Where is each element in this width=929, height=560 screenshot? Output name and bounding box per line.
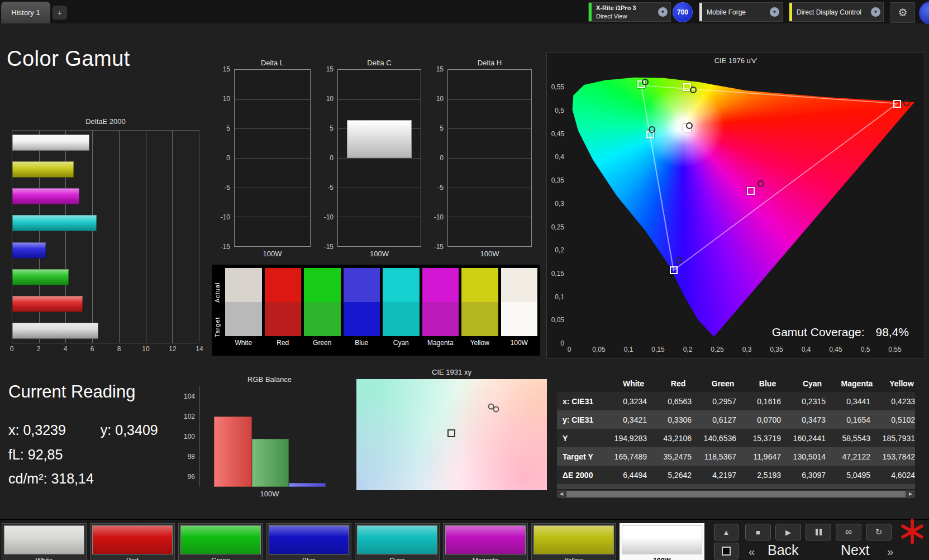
y-tick-label: 0,45: [551, 130, 564, 138]
table-cell: 0,3234: [611, 392, 656, 410]
scroll-right-arrow-icon[interactable]: ▶: [906, 490, 915, 498]
y-tick-label: 100: [184, 433, 195, 441]
table-cell: 4,6024: [879, 466, 915, 484]
play-button[interactable]: ▶: [775, 524, 801, 540]
rgb-balance-chart: RGB Balance 1041021009896 100W: [177, 375, 340, 498]
tab-history-1[interactable]: History 1: [1, 2, 50, 23]
chevron-down-icon[interactable]: ▼: [770, 7, 779, 17]
y-tick-label: 0,35: [551, 176, 564, 184]
deltae-bar-green: [12, 269, 69, 285]
table-cell: 0,0700: [745, 410, 790, 429]
y-tick-label: 5: [440, 125, 444, 132]
back-button[interactable]: Back: [768, 542, 799, 558]
meter-dropdown[interactable]: X-Rite i1Pro 3 Direct View ▼: [588, 2, 671, 22]
blue-target-marker: [670, 266, 678, 274]
back-chevron-icon[interactable]: «: [749, 545, 755, 558]
color-button-red[interactable]: Red: [90, 523, 175, 560]
delta-l-chart: Delta L 151050-5-10-15 100W: [216, 59, 311, 258]
magenta-measured-marker: [758, 180, 764, 187]
color-button-cyan[interactable]: Cyan: [355, 523, 440, 560]
table-scrollbar[interactable]: ◀ ▶: [557, 490, 915, 498]
current-reading-title: Current Reading: [8, 382, 158, 402]
y-tick-label: 96: [188, 473, 195, 481]
chevron-down-icon[interactable]: ▼: [658, 7, 668, 17]
refresh-button[interactable]: ↻: [866, 524, 892, 540]
gridline: [235, 99, 310, 100]
table-row: Target Y165,748935,2475118,536711,964713…: [557, 447, 915, 466]
delta-l-x-label: 100W: [234, 250, 311, 258]
swatch-column-red: [265, 268, 302, 336]
delta-c-title: Delta C: [337, 59, 421, 68]
patch-window-button[interactable]: [714, 543, 739, 559]
display-control-dropdown[interactable]: Direct Display Control ▼: [789, 2, 884, 22]
cie-1976-y-axis: 0,550,50,450,40,350,30,250,20,150,10,050: [547, 69, 567, 343]
deltae-2000-chart: DeltaE 2000 02468101214: [12, 117, 199, 355]
column-header-red: Red: [656, 375, 701, 392]
deltae-bar-yellow: [12, 161, 74, 178]
rgb-bar-red: [214, 417, 252, 487]
app-logo-icon[interactable]: [919, 1, 929, 25]
pause-button[interactable]: [806, 524, 831, 540]
play-icon: ▶: [785, 528, 791, 537]
y-tick-label: 0,15: [551, 270, 564, 277]
color-button-label: White: [4, 557, 84, 560]
next-button[interactable]: Next: [841, 542, 869, 558]
table-cell: 160,2441: [790, 429, 835, 447]
swatch-column-100w: [501, 268, 538, 336]
add-tab-button[interactable]: +: [53, 6, 67, 20]
alert-asterisk-icon[interactable]: [899, 519, 925, 544]
color-button-yellow[interactable]: Yellow: [531, 523, 616, 560]
deltae-bar-blue: [12, 242, 46, 259]
delta-h-x-label: 100W: [447, 250, 532, 258]
collapse-panel-button[interactable]: ▲: [714, 524, 739, 540]
display-control-label: Direct Display Control: [792, 8, 866, 16]
table-cell: 0,3306: [656, 410, 701, 429]
gridline: [235, 217, 310, 217]
actual-swatch: [461, 268, 498, 302]
delta-l-y-axis: 151050-5-10-15: [216, 69, 234, 247]
color-button-label: Green: [180, 557, 261, 560]
swatch-column-green: [304, 268, 341, 336]
table-cell: 13,8883: [701, 484, 745, 489]
y-tick-label: 15: [326, 65, 334, 73]
row-label: Target Y: [557, 447, 611, 466]
y-tick-label: -10: [434, 213, 444, 221]
y-tick-label: -15: [324, 243, 334, 251]
cie-1976-plot-area: [569, 69, 914, 343]
stop-button[interactable]: ■: [745, 524, 771, 540]
y-tick-label: 10: [223, 95, 230, 103]
next-chevron-icon[interactable]: »: [887, 545, 893, 558]
gridline: [448, 188, 531, 188]
y-tick-label: 5: [330, 125, 334, 132]
color-button-magenta[interactable]: Magenta: [443, 523, 528, 560]
gridline: [338, 158, 421, 159]
x-tick-label: 10: [142, 345, 149, 353]
color-button-green[interactable]: Green: [178, 523, 263, 560]
table-cell: 6,4494: [611, 466, 656, 484]
target-luminance-badge[interactable]: 700: [673, 2, 693, 22]
color-button-white[interactable]: White: [2, 523, 87, 560]
y-tick-label: 0,4: [555, 153, 564, 161]
x-tick-label: 0,4: [802, 346, 811, 353]
chevron-down-icon[interactable]: ▼: [871, 7, 880, 17]
actual-swatch: [501, 268, 538, 302]
rgb-bar-blue: [289, 483, 326, 487]
scroll-left-arrow-icon[interactable]: ◀: [557, 490, 566, 498]
deltae-x-axis: 02468101214: [12, 345, 199, 355]
color-button-100w[interactable]: 100W: [620, 523, 704, 560]
source-dropdown[interactable]: Mobile Forge ▼: [699, 2, 783, 22]
table-row: x: CIE310,32340,65630,29570,16160,23150,…: [557, 392, 915, 410]
settings-button[interactable]: ⚙: [890, 2, 915, 23]
link-button[interactable]: ∞: [836, 524, 861, 540]
color-button-blue[interactable]: Blue: [266, 523, 351, 560]
gridline: [338, 217, 421, 217]
white-measured-marker: [686, 122, 693, 129]
rgb-balance-plot-area: [199, 386, 340, 487]
table-row: ΔE 20006,44945,26424,21972,51936,30975,0…: [557, 466, 915, 484]
table-cell: 58,5543: [835, 429, 879, 447]
deltae-bars: [12, 131, 199, 343]
color-button-label: Cyan: [357, 557, 437, 560]
scrollbar-thumb[interactable]: [566, 491, 906, 497]
swatch-label: Yellow: [461, 339, 498, 347]
delta-l-plot-area: [234, 69, 311, 247]
